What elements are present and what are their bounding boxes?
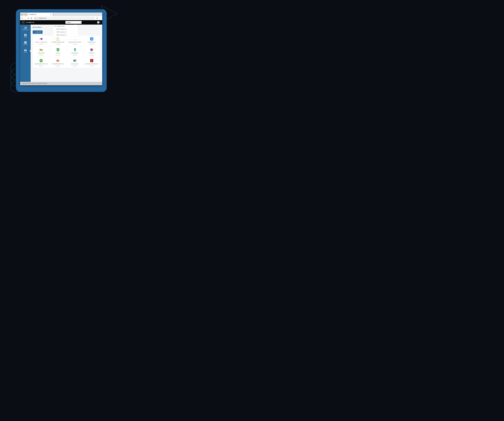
svg-point-22 — [24, 49, 25, 50]
app-card[interactable]: EVERNOTE | 14/04/20 | — [66, 46, 83, 57]
svg-rect-12 — [24, 34, 25, 35]
sidebar-item-label: ADMIN — [24, 52, 27, 53]
app-date: | 28/08/18 | — [67, 65, 82, 67]
excel-icon: X — [73, 59, 77, 62]
app-date: | 14/04/20 | — [67, 55, 82, 56]
caret-down-icon: ▾ — [80, 22, 81, 23]
app-title: FIREFOX — [84, 52, 99, 54]
svg-rect-37 — [41, 60, 41, 62]
app-card[interactable]: EDRAW MAX | 19/05/20 | — [83, 36, 100, 46]
browser-tab[interactable]: CAMEYO × — [28, 13, 52, 16]
app-date: | 28/08/18 | — [50, 65, 66, 67]
tenant-select[interactable]: Cameyo ▾ — [66, 21, 82, 24]
breadcrumb-public[interactable]: PUBLIC — [36, 26, 42, 28]
apps-grid: VISUAL STUDIO 201 | 19/05/20 | POWER BI … — [33, 35, 100, 68]
app-title: ONEDRIVE FOR BUSI — [67, 42, 82, 43]
dropdown-item[interactable]: Cameyo Demo — [53, 25, 78, 28]
svg-rect-44 — [90, 59, 93, 62]
sidebar-item-admin[interactable]: ADMIN — [20, 48, 31, 53]
svg-rect-32 — [40, 49, 42, 50]
bookmark-star-icon[interactable]: ☆ — [92, 17, 94, 19]
dropdown-item[interactable]: MSP Customer #3 — [53, 34, 78, 36]
window-controls — [21, 14, 26, 15]
svg-point-5 — [98, 22, 99, 22]
sidebar-item-label: SERVERS — [23, 44, 28, 45]
app-title: EVERNOTE — [67, 52, 82, 54]
sidebar-item-servers[interactable]: SERVERS — [20, 41, 31, 46]
app-card[interactable]: FIREFOX | 14/04/20 | — [83, 46, 100, 57]
app-date: | 19/05/20 | — [67, 44, 82, 45]
svg-rect-7 — [24, 28, 25, 28]
app-card[interactable]: VISUAL STUDIO 201 | 19/05/20 | — [33, 36, 50, 46]
person-icon — [54, 25, 55, 27]
close-window-button[interactable] — [21, 14, 23, 15]
close-tab-icon[interactable]: × — [50, 14, 51, 15]
back-button[interactable] — [21, 17, 23, 19]
url-text: cameyo.com — [39, 17, 46, 19]
app-title: QUICKBOOKS PRO 20 — [34, 63, 49, 65]
app-card[interactable]: QUICKBOOKS PRO 20 | 28/08/18 | — [33, 57, 50, 68]
maximize-window-button[interactable] — [25, 14, 26, 15]
svg-rect-33 — [57, 49, 59, 49]
forward-button[interactable] — [24, 17, 26, 19]
home-button[interactable] — [30, 17, 32, 19]
powerpoint-icon: P — [56, 59, 60, 62]
plus-icon: ＋ — [34, 31, 35, 33]
app-title: EDRAW MAX — [84, 42, 99, 43]
admin-icon — [24, 49, 27, 51]
user-avatar[interactable] — [97, 21, 100, 24]
sidebar-item-dashboard[interactable]: DASHBOARD — [20, 26, 31, 31]
svg-point-34 — [58, 50, 58, 50]
app-card[interactable]: NOVPN | 21/04/20 | — [50, 46, 66, 57]
app-card[interactable]: EXPLORER | 15/05/20 | — [33, 46, 50, 57]
dropdown-add-item[interactable]: ＋ Add — [53, 36, 78, 40]
svg-rect-13 — [26, 34, 26, 35]
novpn-icon — [56, 48, 60, 52]
edraw-icon — [90, 37, 94, 41]
app-date: | 19/05/20 | — [84, 44, 99, 45]
tab-title: CAMEYO — [29, 14, 36, 15]
dropdown-item-label: MSP Customer #3 — [57, 34, 66, 36]
firefox-icon — [90, 48, 94, 52]
app-date: | 15/05/20 | — [34, 55, 49, 56]
sidebar-item-apps[interactable]: APPS — [20, 33, 31, 38]
app-title: EXCEL 2016 — [67, 63, 82, 65]
new-tab-button[interactable]: + — [52, 13, 55, 16]
svg-point-6 — [55, 26, 55, 26]
breadcrumb-my[interactable]: MY — [33, 26, 35, 28]
dropdown-item[interactable]: MSP Customer #2 — [53, 31, 78, 34]
app-date: | 14/04/20 | — [84, 55, 99, 56]
url-field[interactable]: 🔒 ▷ cameyo.com ☆ — [33, 17, 95, 19]
svg-rect-10 — [26, 27, 26, 28]
app-date: | 19/05/20 | — [34, 44, 49, 45]
browser-window: CAMEYO × + 🔒 ▷ cameyo.com ☆ ⋮ CAMEYO — [20, 12, 102, 85]
url-prefix-glyph: ▷ — [37, 17, 38, 19]
minimize-window-button[interactable] — [23, 14, 24, 15]
app-date: | 28/08/18 | — [34, 65, 49, 67]
user-menu-caret-icon[interactable]: ▾ — [100, 22, 101, 23]
explorer-icon — [39, 48, 43, 52]
browser-menu-button[interactable]: ⋮ — [99, 17, 101, 19]
lock-icon: 🔒 — [35, 18, 36, 19]
app-card[interactable]: ACROBAT READER DC | 28/08/18 | — [83, 57, 100, 68]
menu-toggle-button[interactable] — [22, 21, 24, 24]
tenant-dropdown: Cameyo Demo MSP Customer #1 MSP Customer… — [53, 24, 78, 40]
dropdown-item[interactable]: MSP Customer #1 — [53, 28, 78, 31]
sidebar: DASHBOARD APPS SERVERS ADMIN ⌄ — [20, 24, 31, 82]
app-card[interactable]: X EXCEL 2016 | 28/08/18 | — [66, 57, 83, 68]
quickbooks-icon — [39, 59, 43, 62]
app-card[interactable]: P POWERPOINT 2016 | 28/08/18 | — [50, 57, 66, 68]
footer-text: Copyright ©2020 Cameyo. All Rights Reser… — [22, 83, 47, 84]
svg-rect-8 — [25, 27, 25, 28]
profile-avatar[interactable] — [96, 17, 98, 19]
evernote-icon — [73, 48, 77, 52]
add-app-button[interactable]: ＋ ADD APP — [33, 30, 42, 34]
svg-rect-9 — [26, 27, 26, 28]
dropdown-add-label: Add — [57, 37, 59, 39]
footer: Copyright ©2020 Cameyo. All Rights Reser… — [20, 82, 102, 85]
browser-address-bar: 🔒 ▷ cameyo.com ☆ ⋮ — [20, 16, 102, 20]
reload-button[interactable] — [27, 17, 29, 19]
svg-rect-31 — [39, 48, 41, 49]
dropdown-item-label: Cameyo Demo — [57, 25, 65, 27]
visual-studio-icon — [39, 37, 43, 41]
